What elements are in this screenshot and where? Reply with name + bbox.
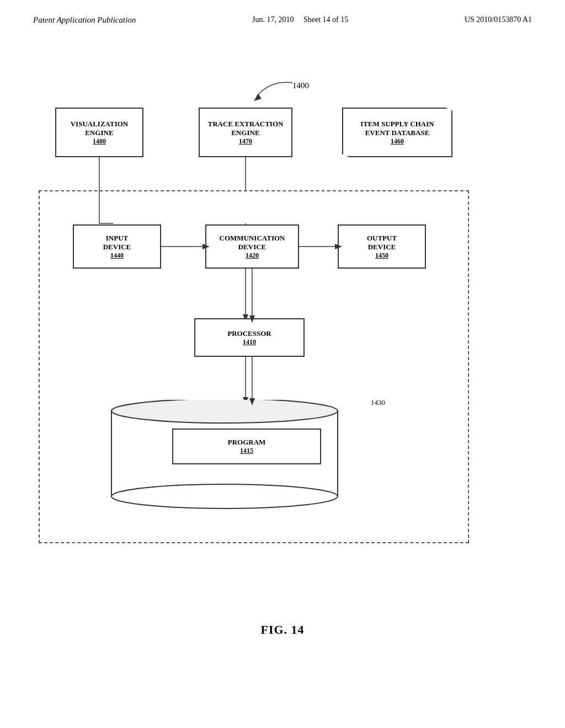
svg-point-13 <box>111 484 338 508</box>
figure-label: FIG. 14 <box>260 623 304 637</box>
storage-ref-label: 1430 <box>371 398 385 407</box>
processor-box: PROCESSOR 1410 <box>194 318 305 357</box>
date-label: Jun. 17, 2010 <box>252 15 294 24</box>
page-header: Patent Application Publication Jun. 17, … <box>0 0 565 25</box>
viz-engine-line2: ENGINE <box>85 129 113 137</box>
item-supply-line1: ITEM SUPPLY CHAIN <box>360 120 434 129</box>
viz-engine-box: VISUALIZATION ENGINE 1480 <box>55 108 143 157</box>
comm-device-line1: COMMUNICATION <box>220 234 285 243</box>
trace-engine-ref: 1470 <box>239 137 252 146</box>
output-device-line1: OUTPUT <box>367 234 397 243</box>
trace-engine-line1: TRACE EXTRACTION <box>208 120 284 129</box>
trace-engine-box: TRACE EXTRACTION ENGINE 1470 <box>199 108 292 157</box>
input-device-line1: INPUT <box>106 234 128 243</box>
input-device-line2: DEVICE <box>103 243 131 251</box>
comm-device-box: COMMUNICATION DEVICE 1420 <box>205 224 299 269</box>
dashed-container: INPUT DEVICE 1440 COMMUNICATION DEVICE 1… <box>39 190 469 543</box>
svg-point-12 <box>111 400 338 423</box>
processor-ref: 1410 <box>243 338 256 346</box>
arrow-1400 <box>237 74 303 108</box>
processor-line1: PROCESSOR <box>227 329 271 338</box>
trace-engine-line2: ENGINE <box>231 129 259 137</box>
comm-device-line2: DEVICE <box>238 243 266 251</box>
sheet-label: Sheet 14 of 15 <box>303 15 348 24</box>
program-line1: PROGRAM <box>228 438 266 447</box>
output-device-line2: DEVICE <box>368 243 396 251</box>
output-device-box: OUTPUT DEVICE 1450 <box>338 224 426 269</box>
output-device-ref: 1450 <box>375 251 388 260</box>
patent-number: US 2010/0153870 A1 <box>465 15 532 24</box>
comm-device-ref: 1420 <box>246 251 259 260</box>
item-supply-ref: 1460 <box>391 137 404 146</box>
diagram-area: 1400 VISUALIZATION ENGINE 1480 TRACE EXT… <box>0 36 565 670</box>
program-box: PROGRAM 1415 <box>172 429 321 464</box>
program-ref: 1415 <box>240 447 253 455</box>
header-left: Patent Application Publication <box>33 15 136 25</box>
viz-engine-line1: VISUALIZATION <box>71 120 129 129</box>
svg-marker-0 <box>254 94 262 101</box>
item-supply-box: ITEM SUPPLY CHAIN EVENT DATABASE 1460 <box>342 108 452 157</box>
header-center: Jun. 17, 2010 Sheet 14 of 15 <box>252 15 348 24</box>
input-device-ref: 1440 <box>110 251 124 260</box>
viz-engine-ref: 1480 <box>93 137 106 146</box>
publication-label: Patent Application Publication <box>33 15 136 24</box>
header-right: US 2010/0153870 A1 <box>465 15 532 24</box>
item-supply-line2: EVENT DATABASE <box>365 129 430 137</box>
input-device-box: INPUT DEVICE 1440 <box>73 224 161 269</box>
